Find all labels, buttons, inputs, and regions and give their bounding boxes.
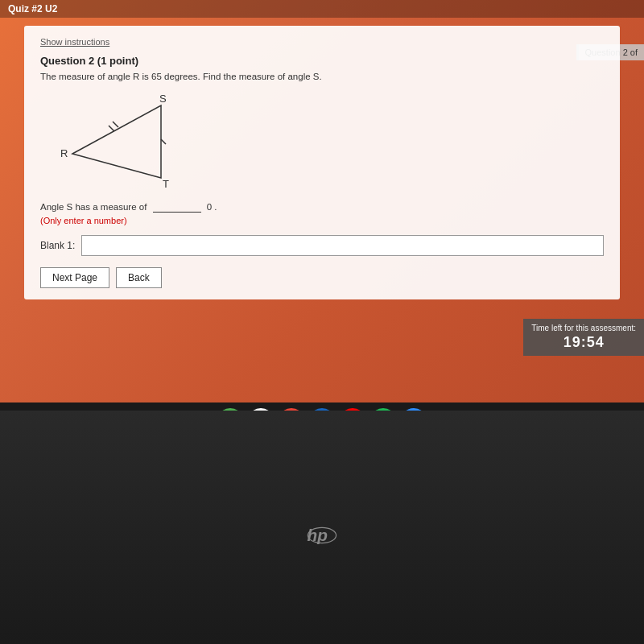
quiz-title: Quiz #2 U2 xyxy=(8,3,57,14)
only-number-hint: (Only enter a number) xyxy=(40,216,604,225)
buttons-row: Next Page Back xyxy=(40,267,604,288)
svg-text:S: S xyxy=(159,93,167,105)
svg-line-3 xyxy=(161,139,166,144)
svg-line-2 xyxy=(113,122,118,127)
svg-marker-0 xyxy=(72,105,161,178)
blank-input[interactable] xyxy=(81,235,604,256)
question-text: The measure of angle R is 65 degrees. Fi… xyxy=(40,72,604,81)
blank-row: Blank 1: xyxy=(40,235,604,256)
back-button[interactable]: Back xyxy=(116,267,162,288)
hp-logo: hp xyxy=(302,515,342,555)
svg-line-1 xyxy=(109,126,114,131)
content-area: Show instructions Question 2 (1 point) T… xyxy=(24,26,620,299)
next-page-button[interactable]: Next Page xyxy=(40,267,109,288)
blank-label: Blank 1: xyxy=(40,240,75,251)
answer-line: Angle S has a measure of 0 . xyxy=(40,202,604,213)
show-instructions-link[interactable]: Show instructions xyxy=(40,37,604,47)
question-header: Question 2 (1 point) xyxy=(40,55,604,67)
svg-text:T: T xyxy=(163,178,169,190)
triangle-diagram: R S T xyxy=(56,89,185,194)
laptop-body: hp xyxy=(0,411,644,644)
svg-text:hp: hp xyxy=(308,526,328,544)
timer-box: Time left for this assessment: 19:54 xyxy=(523,319,644,356)
timer-value: 19:54 xyxy=(531,334,636,351)
question-number: Question 2 xyxy=(40,55,94,67)
timer-label: Time left for this assessment: xyxy=(531,324,636,332)
title-bar: Quiz #2 U2 xyxy=(0,0,644,18)
question-points: (1 point) xyxy=(97,55,138,67)
laptop-screen: Quiz #2 U2 Question 2 of Show instructio… xyxy=(0,0,644,411)
screen: Quiz #2 U2 Question 2 of Show instructio… xyxy=(0,0,644,644)
svg-text:R: R xyxy=(60,147,68,159)
